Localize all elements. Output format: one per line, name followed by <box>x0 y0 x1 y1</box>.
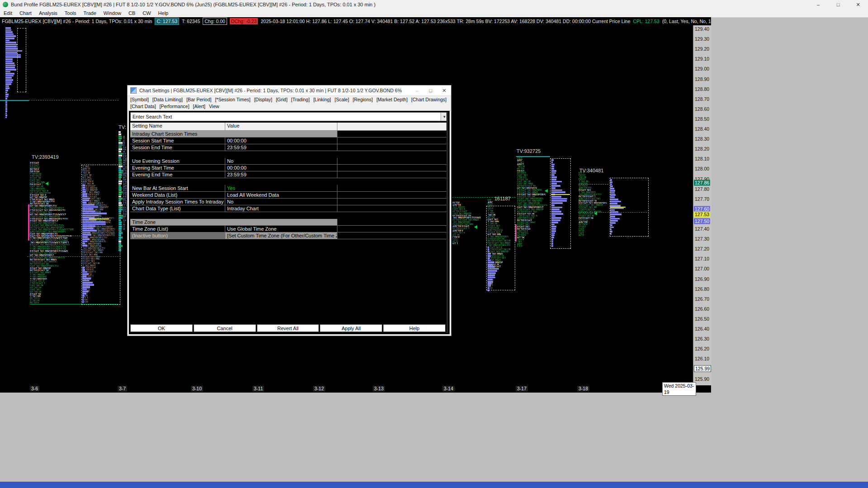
tab-chart-drawings[interactable]: [Chart Drawings] <box>411 97 446 102</box>
setting-value-cell: [Set Custom Time Zone (For Other/Custom … <box>225 232 337 239</box>
help-button[interactable]: Help <box>383 324 446 332</box>
apply-all-button[interactable]: Apply All <box>320 324 382 332</box>
setting-value-cell[interactable]: Intraday Chart <box>225 205 337 212</box>
revert-all-button[interactable]: Revert All <box>257 324 319 332</box>
tab-performance[interactable]: [Performance] <box>160 104 190 109</box>
clock-timestamp: Wed 2025-03-19 04:51: <box>662 385 711 393</box>
setting-value-cell[interactable]: 23:59:59 <box>225 171 337 178</box>
price-highlight: 127.53 <box>694 212 710 218</box>
arrow-marker-icon <box>545 189 548 193</box>
setting-value-cell[interactable]: 00:00:00 <box>225 137 337 144</box>
tab-data-limiting[interactable]: [Data Limiting] <box>152 97 183 102</box>
dashed-selection-box <box>610 178 649 237</box>
tab-chart-data[interactable]: [Chart Data] <box>130 104 156 109</box>
setting-name-cell: Apply Intraday Session Times To Intraday… <box>130 199 225 205</box>
menu-analysis[interactable]: Analysis <box>35 10 61 16</box>
tab-linking[interactable]: [Linking] <box>313 97 331 102</box>
dialog-icon <box>130 87 137 94</box>
setting-name-cell: Weekend Data (List) <box>130 192 225 198</box>
dialog-maximize-button[interactable]: □ <box>424 88 437 93</box>
window-controls: – □ ✕ <box>808 0 868 9</box>
column-value: Value <box>225 123 337 130</box>
menu-tools[interactable]: Tools <box>61 10 80 16</box>
tab-market-depth[interactable]: [Market Depth] <box>376 97 408 102</box>
setting-name-cell: (Inactive button) <box>130 232 225 239</box>
maximize-button[interactable]: □ <box>828 0 848 9</box>
setting-value-cell[interactable]: 23:59:59 <box>225 144 337 151</box>
date-label: 3-11 <box>252 386 264 392</box>
setting-value-cell[interactable]: No <box>225 199 337 205</box>
setting-value-cell[interactable]: No <box>225 158 337 164</box>
search-combobox[interactable]: ▼ <box>130 112 448 121</box>
price-tick-label: 129.00 <box>694 66 710 72</box>
menu-window[interactable]: Window <box>100 10 125 16</box>
tab-view[interactable]: View <box>209 104 219 109</box>
price-tick-label: 128.40 <box>694 126 710 132</box>
setting-value-cell[interactable]: Yes <box>225 185 337 191</box>
menu-cw[interactable]: CW <box>139 10 154 16</box>
setting-row: Chart Data Type (List)Intraday Chart <box>130 205 448 212</box>
date-label: 3-7 <box>118 386 127 392</box>
axis-date: Wed 2025-03-19 <box>662 382 696 396</box>
tab-symbol[interactable]: [Symbol] <box>130 97 149 102</box>
tab-trading[interactable]: [Trading] <box>291 97 310 102</box>
close-button[interactable]: ✕ <box>848 0 868 9</box>
price-tick-label: 126.50 <box>694 316 710 322</box>
price-tick-label: 126.60 <box>694 306 710 312</box>
setting-value-cell[interactable]: Load All Weekend Data <box>225 192 337 198</box>
menu-chart[interactable]: Chart <box>16 10 35 16</box>
tab-bar-period[interactable]: [Bar Period] <box>186 97 211 102</box>
menu-help[interactable]: Help <box>155 10 172 16</box>
dialog-body: ▼ Setting Name Value Intraday Chart Sess… <box>129 111 450 334</box>
dialog-close-button[interactable]: ✕ <box>437 88 451 94</box>
setting-name-cell: Time Zone (List) <box>130 226 225 232</box>
tab-alert[interactable]: [Alert] <box>193 104 205 109</box>
setting-value-cell[interactable]: Use Global Time Zone <box>225 226 337 232</box>
price-tick-label: 127.70 <box>694 196 710 202</box>
tab-display[interactable]: [Display] <box>254 97 272 102</box>
title-bar: Bund Profile FGBLM25-EUREX [CBV][M] #26 … <box>0 0 868 9</box>
price-scale[interactable]: 129.40129.30129.20129.10129.00128.90128.… <box>693 25 711 385</box>
tab-regions[interactable]: [Regions] <box>353 97 373 102</box>
menu-trade[interactable]: Trade <box>80 10 100 16</box>
blank-row <box>130 212 448 219</box>
cancel-button[interactable]: Cancel <box>194 324 256 332</box>
menu-cb[interactable]: CB <box>125 10 139 16</box>
chart-line <box>579 184 608 185</box>
chart-line <box>29 100 119 100</box>
dialog-scrollbar[interactable] <box>446 112 448 333</box>
chart-line <box>516 156 550 157</box>
price-tick-label: 126.30 <box>694 336 710 342</box>
setting-value-cell[interactable]: 00:00:00 <box>225 165 337 171</box>
arrow-marker-icon <box>594 212 597 215</box>
dashed-selection-box <box>486 206 515 290</box>
search-input[interactable] <box>131 114 441 120</box>
setting-name-cell: Use Evening Session <box>130 158 225 164</box>
ok-button[interactable]: OK <box>130 324 193 332</box>
setting-name-cell: Evening Start Time <box>130 165 225 171</box>
dialog-minimize-button[interactable]: – <box>410 88 424 93</box>
price-tick-label: 126.10 <box>694 356 710 362</box>
section-row: Intraday Chart Session Times <box>130 131 448 137</box>
blank-row <box>130 151 448 158</box>
dialog-tabs-row2: [Chart Data][Performance][Alert]View <box>128 103 451 109</box>
tab-grid[interactable]: [Grid] <box>276 97 288 102</box>
total-volume-label: TV:932725 <box>517 148 541 154</box>
menu-edit[interactable]: Edit <box>0 10 16 16</box>
infobar-segment: DChg: -0.23 <box>230 18 258 24</box>
price-tick-label: 127.40 <box>694 226 710 232</box>
price-tick-label: 127.00 <box>694 266 710 272</box>
price-tick-label: 126.40 <box>694 326 710 332</box>
setting-row: Evening Start Time00:00:00 <box>130 165 448 171</box>
minimize-button[interactable]: – <box>808 0 828 9</box>
total-volume-label: TV:2393419 <box>32 154 59 160</box>
tab-scale[interactable]: [Scale] <box>335 97 349 102</box>
dashed-selection-box <box>17 28 26 92</box>
setting-row: Weekend Data (List)Load All Weekend Data <box>130 192 448 199</box>
price-tick-label: 129.20 <box>694 46 710 52</box>
tab-session-times[interactable]: [*Session Times] <box>215 97 250 102</box>
setting-row: Evening End Time23:59:59 <box>130 171 448 178</box>
price-tick-label: 126.20 <box>694 346 710 352</box>
setting-name-cell: Session Start Time <box>130 137 225 144</box>
price-highlight: 127.86 <box>694 180 710 186</box>
